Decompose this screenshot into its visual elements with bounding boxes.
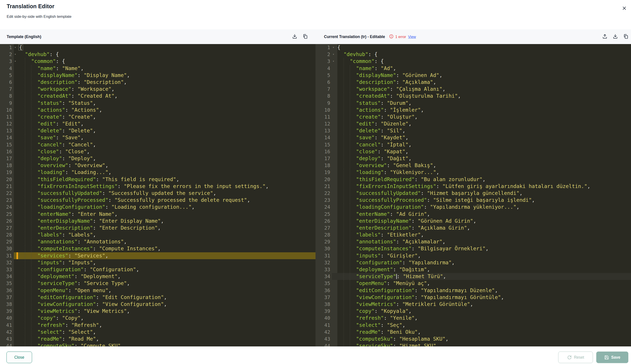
code-line[interactable]: 37"viewConfiguration": "Yapılandırmayı G… xyxy=(316,294,631,301)
code-line[interactable]: 26"enterDisplayName": "Enter Display Nam… xyxy=(0,218,316,224)
close-dialog-button[interactable] xyxy=(621,5,628,12)
code-line[interactable]: 19"loading": "Yükleniyor...", xyxy=(316,169,631,176)
fold-toggle-icon[interactable]: ▾ xyxy=(14,44,19,51)
code-line[interactable]: 41"select": "Seç", xyxy=(316,322,631,328)
code-line[interactable]: 20"thisFieldRequired": "Bu alan zorunlud… xyxy=(316,176,631,183)
code-line[interactable]: 39"copy": "Kopyala", xyxy=(316,308,631,314)
code-line[interactable]: 25"enterName": "Ad Girin", xyxy=(316,211,631,218)
code-line[interactable]: 33"configuration": "Configuration", xyxy=(0,266,316,273)
code-line[interactable]: 10"actions": "İşlemler", xyxy=(316,106,631,114)
code-line[interactable]: 24"loadingConfiguration": "Yapılandırma … xyxy=(316,204,631,210)
code-line[interactable]: 34"serviceType": "Hizmet Türü", xyxy=(316,273,631,280)
code-line[interactable]: 1▾{ xyxy=(0,44,316,51)
code-line[interactable]: 27"enterDescription": "Açıklama Girin", xyxy=(316,224,631,232)
code-line[interactable]: 44"computeSku": "Compute SKU" xyxy=(0,342,316,346)
code-line[interactable]: 15"cancel": "Cancel", xyxy=(0,141,316,148)
code-line[interactable]: 3▾"common": { xyxy=(0,58,316,65)
code-line[interactable]: 36"openMenu": "Open menu", xyxy=(0,287,316,294)
code-line[interactable]: 16"close": "Close", xyxy=(0,148,316,155)
code-line[interactable]: 36"editConfiguration": "Yapılandırmayı D… xyxy=(316,287,631,294)
code-line[interactable]: 38"viewMetrics": "Metrikleri Görüntüle", xyxy=(316,301,631,308)
code-line[interactable]: 15"cancel": "İptal", xyxy=(316,141,631,148)
code-line[interactable]: 14"save": "Kaydet", xyxy=(316,134,631,141)
template-code-editor[interactable]: 1▾{2▾"devhub": {3▾"common": {4"name": "N… xyxy=(0,44,316,346)
code-line[interactable]: 37"editConfiguration": "Edit Configurati… xyxy=(0,294,316,301)
code-line[interactable]: 21"fixErrorsInInputSettings": "Lütfen gi… xyxy=(316,183,631,190)
code-line[interactable]: 18"overview": "Genel Bakış", xyxy=(316,162,631,169)
code-line[interactable]: 27"enterDescription": "Enter Description… xyxy=(0,224,316,232)
code-line[interactable]: 22"successfullyUpdated": "Successfully u… xyxy=(0,190,316,197)
fold-toggle-icon[interactable]: ▾ xyxy=(14,58,19,65)
code-line[interactable]: 6"description": "Açıklama", xyxy=(316,79,631,86)
code-line[interactable]: 5"displayName": "Görünen Ad", xyxy=(316,72,631,79)
code-line[interactable]: 3▾"common": { xyxy=(316,58,631,65)
code-line[interactable]: 32"inputs": "Inputs", xyxy=(0,259,316,266)
code-line[interactable]: 31"services": "Services", xyxy=(0,252,316,259)
code-line[interactable]: 42"select": "Select", xyxy=(0,328,316,336)
code-line[interactable]: 9"status": "Durum", xyxy=(316,100,631,106)
fold-toggle-icon[interactable]: ▾ xyxy=(332,58,337,65)
code-line[interactable]: 13"delete": "Sil", xyxy=(316,127,631,134)
code-line[interactable]: 33"deployment": "Dağıtım", xyxy=(316,266,631,273)
code-line[interactable]: 30"computeInstances": "Bilgisayar Örnekl… xyxy=(316,245,631,252)
code-line[interactable]: 12"edit": "Düzenle", xyxy=(316,120,631,127)
code-line[interactable]: 16"close": "Kapat", xyxy=(316,148,631,155)
fold-toggle-icon[interactable]: ▾ xyxy=(14,51,19,58)
code-line[interactable]: 14"save": "Save", xyxy=(0,134,316,141)
code-line[interactable]: 41"refresh": "Refresh", xyxy=(0,322,316,328)
view-errors-link[interactable]: View xyxy=(408,35,416,39)
code-line[interactable]: 24"loadingConfiguration": "Loading confi… xyxy=(0,204,316,210)
translation-download-button[interactable] xyxy=(612,34,618,40)
fold-toggle-icon[interactable]: ▾ xyxy=(332,51,337,58)
code-line[interactable]: 2▾"devhub": { xyxy=(316,51,631,58)
code-line[interactable]: 40"copy": "Copy", xyxy=(0,314,316,322)
code-line[interactable]: 21"fixErrorsInInputSettings": "Please fi… xyxy=(0,183,316,190)
code-line[interactable]: 10"actions": "Actions", xyxy=(0,106,316,114)
code-line[interactable]: 4"name": "Name", xyxy=(0,65,316,72)
translation-copy-button[interactable] xyxy=(623,34,628,40)
code-line[interactable]: 38"viewConfiguration": "View Configurati… xyxy=(0,301,316,308)
code-line[interactable]: 13"delete": "Delete", xyxy=(0,127,316,134)
close-button[interactable]: Close xyxy=(7,352,32,363)
code-line[interactable]: 1▾{ xyxy=(316,44,631,51)
code-line[interactable]: 32"configuration": "Yapılandırma", xyxy=(316,259,631,266)
code-line[interactable]: 6"description": "Description", xyxy=(0,79,316,86)
code-line[interactable]: 11"create": "Oluştur", xyxy=(316,114,631,120)
code-line[interactable]: 7"workspace": "Workspace", xyxy=(0,86,316,92)
reset-button[interactable]: Reset xyxy=(558,352,593,363)
code-line[interactable]: 39"viewMetrics": "View Metrics", xyxy=(0,308,316,314)
save-button[interactable]: Save xyxy=(596,352,628,363)
code-line[interactable]: 19"loading": "Loading...", xyxy=(0,169,316,176)
code-line[interactable]: 23"successfullyProcessed": "Silme isteği… xyxy=(316,197,631,204)
code-line[interactable]: 43"readMe": "Read Me", xyxy=(0,336,316,342)
template-copy-button[interactable] xyxy=(302,34,308,40)
code-line[interactable]: 17"deploy": "Deploy", xyxy=(0,155,316,162)
code-line[interactable]: 25"enterName": "Enter Name", xyxy=(0,211,316,218)
code-line[interactable]: 35"serviceType": "Service Type", xyxy=(0,280,316,287)
code-line[interactable]: 44"serviceSku": "Hizmet SKU" xyxy=(316,342,631,346)
code-line[interactable]: 8"createdAt": "Created At", xyxy=(0,92,316,100)
code-line[interactable]: 9"status": "Status", xyxy=(0,100,316,106)
code-line[interactable]: 8"createdAt": "Oluşturulma Tarihi", xyxy=(316,92,631,100)
code-line[interactable]: 17"deploy": "Dağıt", xyxy=(316,155,631,162)
code-line[interactable]: 31"inputs": "Girişler", xyxy=(316,252,631,259)
code-line[interactable]: 5"displayName": "Display Name", xyxy=(0,72,316,79)
code-line[interactable]: 28"labels": "Labels", xyxy=(0,232,316,238)
code-line[interactable]: 4"name": "Ad", xyxy=(316,65,631,72)
code-line[interactable]: 18"overview": "Overview", xyxy=(0,162,316,169)
code-line[interactable]: 42"readMe": "Beni Oku", xyxy=(316,328,631,336)
code-line[interactable]: 2▾"devhub": { xyxy=(0,51,316,58)
code-line[interactable]: 29"annotations": "Açıklamalar", xyxy=(316,238,631,245)
code-line[interactable]: 7"workspace": "Çalışma Alanı", xyxy=(316,86,631,92)
code-line[interactable]: 35"openMenu": "Menüyü aç", xyxy=(316,280,631,287)
code-line[interactable]: 28"labels": "Etiketler", xyxy=(316,232,631,238)
template-download-button[interactable] xyxy=(292,34,297,40)
code-line[interactable]: 22"successfullyUpdated": "Hizmet başarıy… xyxy=(316,190,631,197)
code-line[interactable]: 29"annotations": "Annotations", xyxy=(0,238,316,245)
translation-upload-button[interactable] xyxy=(602,34,608,40)
code-line[interactable]: 30"computeInstances": "Compute Instances… xyxy=(0,245,316,252)
code-line[interactable]: 26"enterDisplayName": "Görünen Ad Girin"… xyxy=(316,218,631,224)
code-line[interactable]: 43"computeSku": "Hesaplama SKU", xyxy=(316,336,631,342)
code-line[interactable]: 23"successfullyProcessed": "Successfully… xyxy=(0,197,316,204)
code-line[interactable]: 40"refresh": "Yenile", xyxy=(316,314,631,322)
